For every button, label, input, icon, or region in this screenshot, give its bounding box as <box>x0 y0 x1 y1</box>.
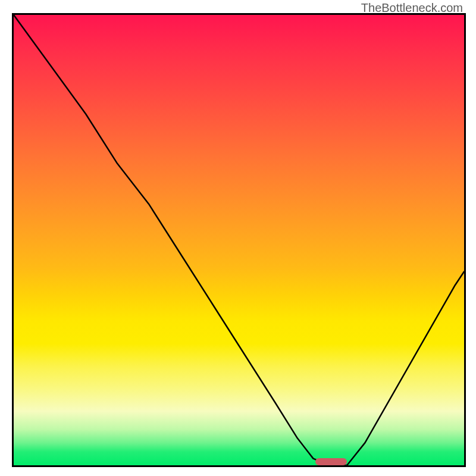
bottleneck-curve <box>14 15 464 465</box>
watermark-text: TheBottleneck.com <box>361 1 463 15</box>
bottleneck-curve-svg <box>14 15 464 465</box>
chart-container <box>14 15 464 465</box>
optimal-marker <box>315 458 347 465</box>
